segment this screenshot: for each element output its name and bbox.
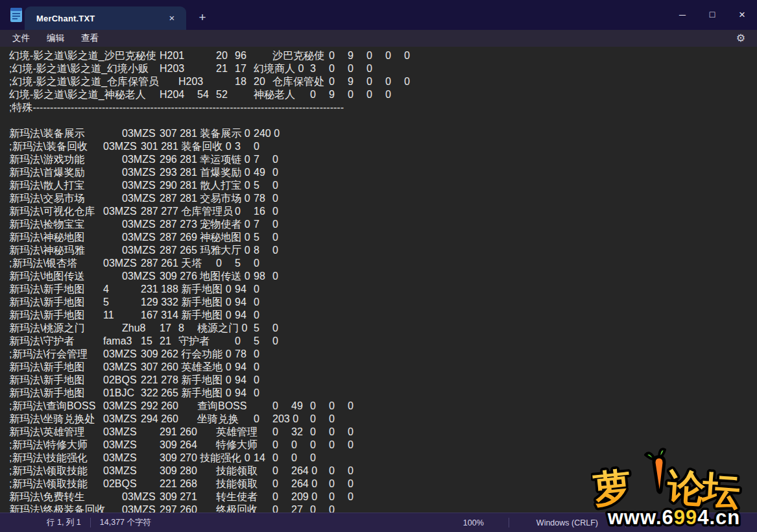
maximize-button[interactable]: □ — [697, 0, 727, 30]
menu-edit[interactable]: 编辑 — [38, 30, 73, 46]
notepad-window: MerChant.TXT × + ─ □ × 文件 编辑 查看 ⚙ 幻境-影之道… — [0, 0, 757, 532]
char-count: 14,377 个字符 — [91, 517, 160, 528]
window-controls: ─ □ × — [667, 0, 757, 30]
notepad-app-icon — [10, 7, 23, 23]
editor-area[interactable]: 幻境-影之道\影之道_沙巴克秘使 H201 20 96 沙巴克秘使 0 9 0 … — [0, 47, 757, 513]
cursor-position: 行 1, 列 1 — [38, 517, 90, 528]
tab-merchant-txt[interactable]: MerChant.TXT × — [25, 6, 186, 30]
statusbar-tail — [626, 513, 757, 532]
titlebar[interactable]: MerChant.TXT × + ─ □ × — [0, 0, 757, 30]
menu-view[interactable]: 查看 — [73, 30, 107, 46]
statusbar: 行 1, 列 1 14,377 个字符 100% Windows (CRLF) — [0, 513, 757, 532]
line-ending: Windows (CRLF) — [509, 518, 625, 527]
new-tab-button[interactable]: + — [193, 8, 211, 27]
document-text[interactable]: 幻境-影之道\影之道_沙巴克秘使 H201 20 96 沙巴克秘使 0 9 0 … — [0, 47, 757, 513]
zoom-level: 100% — [439, 518, 509, 527]
settings-gear-icon[interactable]: ⚙ — [734, 32, 748, 45]
menubar: 文件 编辑 查看 ⚙ — [0, 30, 757, 47]
close-button[interactable]: × — [727, 0, 757, 30]
menu-file[interactable]: 文件 — [4, 30, 38, 46]
tab-title: MerChant.TXT — [36, 14, 164, 23]
minimize-button[interactable]: ─ — [667, 0, 697, 30]
tab-close-icon[interactable]: × — [164, 10, 180, 26]
